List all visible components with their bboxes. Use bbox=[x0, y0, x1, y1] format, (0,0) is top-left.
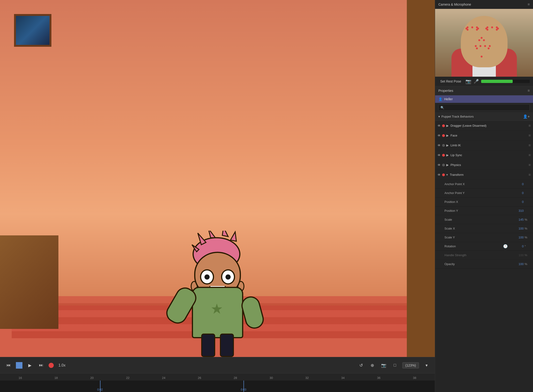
chevron-right-icon[interactable]: ▶ bbox=[446, 163, 449, 167]
behavior-eye-icon[interactable]: 👁 bbox=[437, 173, 441, 177]
behavior-eye-icon[interactable]: 👁 bbox=[437, 134, 441, 137]
face-dot bbox=[471, 26, 473, 28]
scale-y-value[interactable]: 100 bbox=[510, 236, 524, 239]
behavior-item-lip-sync[interactable]: 👁 ▶ Lip Sync ≡ bbox=[435, 150, 533, 160]
behavior-eye-icon[interactable]: 👁 bbox=[437, 153, 441, 157]
behaviors-title: ▾ Puppet Track Behaviors bbox=[438, 115, 474, 118]
rotation-unit: ° bbox=[525, 244, 529, 248]
behavior-menu-icon[interactable]: ≡ bbox=[528, 153, 531, 157]
rotation-value[interactable]: 0 bbox=[510, 244, 524, 248]
camera-feed bbox=[435, 9, 533, 77]
chevron-right-icon[interactable]: ▶ bbox=[446, 134, 449, 137]
position-x-value[interactable]: 0 bbox=[510, 200, 524, 204]
behavior-item-limb-ik[interactable]: 👁 ▶ Limb IK ≡ bbox=[435, 140, 533, 150]
stage-bookshelf bbox=[407, 0, 435, 357]
step-forward-button[interactable]: ⏭ bbox=[37, 362, 45, 369]
behavior-active-dot bbox=[442, 134, 445, 137]
behavior-name: Lip Sync bbox=[450, 153, 528, 157]
play-button[interactable]: ▶ bbox=[26, 362, 34, 369]
add-behavior-button[interactable]: 👤+ bbox=[523, 114, 530, 119]
rotation-row: Rotation 🕐 0 ° bbox=[435, 242, 533, 251]
face-dot bbox=[481, 37, 482, 39]
camera-button[interactable]: 📷 bbox=[380, 362, 387, 369]
behavior-name: Face bbox=[450, 134, 528, 137]
behavior-active-dot bbox=[442, 154, 445, 157]
timeline-track[interactable]: 0:02 0:03 bbox=[0, 381, 435, 392]
chevron-down-icon[interactable]: ▾ bbox=[446, 173, 448, 177]
handle-strength-row: Handle Strength 100 % bbox=[435, 251, 533, 260]
camera-controls: Set Rest Pose 📷 🎤 bbox=[435, 77, 533, 86]
record-button[interactable] bbox=[49, 363, 54, 368]
puppet-stage: ★ bbox=[0, 0, 435, 357]
behavior-eye-icon[interactable]: 👁 bbox=[437, 144, 441, 147]
behavior-active-dot bbox=[442, 124, 445, 127]
anchor-point-y-row: Anchor Point Y 0 bbox=[435, 189, 533, 197]
behavior-menu-icon[interactable]: ≡ bbox=[528, 173, 531, 177]
chevron-down-icon[interactable]: ▾ bbox=[438, 115, 440, 118]
behavior-menu-icon[interactable]: ≡ bbox=[528, 143, 531, 148]
refresh-button[interactable]: ↺ bbox=[357, 362, 365, 369]
clock-icon[interactable]: 🕐 bbox=[503, 244, 508, 248]
chevron-right-icon[interactable]: ▶ bbox=[446, 124, 449, 127]
opacity-value[interactable]: 100 bbox=[510, 262, 524, 266]
go-to-start-button[interactable]: ⏮ bbox=[5, 362, 12, 369]
behavior-active-dot bbox=[442, 144, 445, 147]
scale-x-unit: % bbox=[525, 227, 529, 230]
properties-search-input[interactable] bbox=[438, 104, 530, 111]
zoom-dropdown-button[interactable]: ▾ bbox=[423, 362, 430, 369]
timeline-mark: 24 bbox=[146, 376, 181, 380]
face-tracking-overlay bbox=[435, 9, 533, 77]
anchor-point-x-value[interactable]: 0 bbox=[510, 182, 524, 186]
scale-x-value[interactable]: 100 bbox=[510, 227, 524, 230]
stop-button[interactable] bbox=[16, 362, 23, 369]
transform-section-header[interactable]: 👁 ▾ Transform ≡ bbox=[435, 170, 533, 180]
scale-y-row: Scale Y 100 % bbox=[435, 233, 533, 242]
scale-label: Scale bbox=[445, 218, 510, 221]
chevron-right-icon[interactable]: ▶ bbox=[446, 144, 449, 147]
position-y-value[interactable]: 310 bbox=[510, 209, 524, 212]
behavior-item-face[interactable]: 👁 ▶ Face ≡ bbox=[435, 131, 533, 140]
zoom-badge[interactable]: (123%) bbox=[402, 362, 419, 369]
transform-label: Transform bbox=[450, 173, 528, 177]
behavior-item-dragger[interactable]: 👁 ▶ Dragger (Leave Disarmed) ≡ bbox=[435, 121, 533, 131]
handle-strength-label: Handle Strength bbox=[445, 253, 510, 257]
timeline-mark: 28 bbox=[218, 376, 253, 380]
microphone-icon[interactable]: 🎤 bbox=[474, 79, 479, 84]
anchor-point-y-value[interactable]: 0 bbox=[510, 191, 524, 195]
scale-value[interactable]: 145 bbox=[510, 218, 524, 221]
timeline-mark: 38 bbox=[397, 376, 432, 380]
face-dot bbox=[488, 47, 490, 49]
behavior-eye-icon[interactable]: 👁 bbox=[437, 163, 441, 167]
face-dot bbox=[481, 56, 482, 57]
camera-menu-icon[interactable]: ≡ bbox=[528, 2, 530, 7]
anchor-point-y-label: Anchor Point Y bbox=[445, 191, 510, 195]
bg-color-button[interactable]: □ bbox=[391, 362, 399, 369]
properties-header: Properties ≡ bbox=[435, 86, 533, 95]
search-row bbox=[435, 103, 533, 112]
behavior-menu-icon[interactable]: ≡ bbox=[528, 124, 531, 128]
timeline-area: 16 18 20 22 24 26 28 30 32 34 36 38 0:02 bbox=[0, 373, 435, 392]
audio-meter-fill bbox=[481, 80, 513, 83]
chevron-right-icon[interactable]: ▶ bbox=[446, 153, 449, 157]
position-x-row: Position X 0 bbox=[435, 197, 533, 206]
camera-icon[interactable]: 📷 bbox=[465, 79, 471, 84]
face-dot bbox=[467, 29, 468, 31]
face-dot bbox=[475, 45, 477, 47]
behavior-item-physics[interactable]: 👁 ▶ Physics ≡ bbox=[435, 160, 533, 170]
speed-label: 1.0x bbox=[58, 363, 65, 368]
set-rest-pose-button[interactable]: Set Rest Pose bbox=[438, 79, 463, 84]
behavior-menu-icon[interactable]: ≡ bbox=[528, 163, 531, 167]
stage-picture bbox=[14, 14, 51, 47]
behavior-menu-icon[interactable]: ≡ bbox=[528, 133, 531, 138]
face-dot bbox=[489, 45, 491, 47]
position-y-label: Position Y bbox=[445, 209, 510, 212]
puppet-icon: 👤 bbox=[438, 97, 442, 101]
timeline-mark: 18 bbox=[38, 376, 74, 380]
face-dot bbox=[496, 29, 498, 31]
rotation-label: Rotation bbox=[445, 244, 503, 248]
behavior-eye-icon[interactable]: 👁 bbox=[437, 124, 441, 128]
properties-menu-icon[interactable]: ≡ bbox=[528, 89, 530, 93]
svg-marker-4 bbox=[230, 232, 236, 241]
overlay-button[interactable]: ⊕ bbox=[369, 362, 376, 369]
face-dot bbox=[487, 29, 488, 31]
